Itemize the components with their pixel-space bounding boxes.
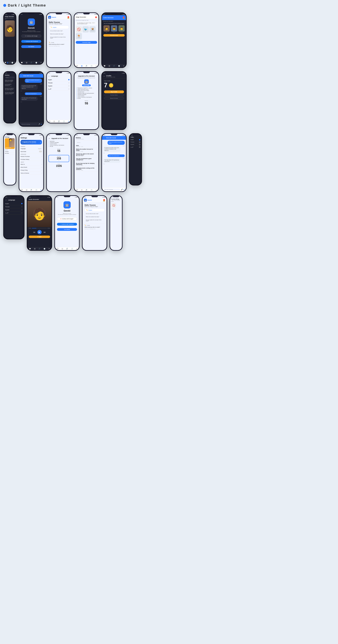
send-icon[interactable]: ➤: [41, 124, 42, 125]
btn-facebook[interactable]: f Continue with Facebook: [57, 223, 77, 226]
forward-icon[interactable]: ⏭: [44, 231, 46, 234]
notification-btn[interactable]: 🔔 7: [123, 16, 125, 19]
progress-bar[interactable]: [32, 228, 47, 228]
explain-action[interactable]: ✏️ Explain: [84, 208, 104, 212]
nav-settings[interactable]: ⚙: [123, 65, 124, 67]
back-icon[interactable]: ←: [20, 75, 22, 77]
nav-audio[interactable]: 🎵: [66, 248, 68, 250]
restore-purchase-btn[interactable]: Restore Purchase: [104, 97, 124, 100]
upgrade-banner[interactable]: ★ Upgrade to Pro Version! Enjoy all the …: [20, 140, 42, 144]
back-icon[interactable]: ←: [48, 137, 50, 140]
dark-mode-toggle[interactable]: [39, 151, 42, 152]
dark-mode-setting[interactable]: Dark Mode: [20, 150, 42, 153]
generate-audio-btn[interactable]: Generate Audio: [103, 34, 125, 36]
nav-audio[interactable]: 🎵: [86, 65, 87, 67]
suggestion-2[interactable]: What's the weather like today?: [84, 216, 104, 218]
history-search[interactable]: Search...: [5, 76, 15, 78]
btn-google[interactable]: G Continue with Google+: [57, 217, 77, 220]
lang-francais[interactable]: Français: [4, 205, 24, 208]
weekly-plan[interactable]: Weekly 5$ ----: [48, 148, 69, 154]
face-item-howard[interactable]: 👨 Howard: [118, 25, 125, 33]
explain-action[interactable]: ✏️ Explain: [49, 26, 69, 29]
back-icon[interactable]: ←: [48, 75, 50, 77]
nav-history[interactable]: 🕐: [36, 62, 37, 64]
nav-settings[interactable]: ⚙: [68, 121, 69, 122]
audio-prompt[interactable]: Hey, I am a virtual assistant. How can I…: [103, 23, 125, 24]
nav-image[interactable]: 🖼: [53, 121, 55, 122]
notification-btn[interactable]: 🔔 7: [67, 16, 70, 19]
lang-arabic[interactable]: العربية: [4, 212, 24, 214]
suggestion-3[interactable]: Can you explain the concept of time trav…: [84, 218, 104, 222]
purchase-history-btn[interactable]: Purchase History: [104, 94, 124, 96]
nav-image[interactable]: 🖼: [81, 65, 82, 67]
face-item-john[interactable]: 👦 John: [110, 25, 118, 33]
language-setting[interactable]: Language English ›: [20, 148, 42, 150]
nav-audio[interactable]: 🎵: [30, 189, 32, 191]
lang-en[interactable]: English: [130, 138, 140, 141]
nav-settings[interactable]: ⚙: [40, 189, 42, 191]
nav-image[interactable]: 🖼: [62, 248, 63, 250]
back-icon[interactable]: ←: [103, 137, 105, 139]
nav-settings[interactable]: ⚙: [14, 62, 15, 64]
history-item-weather[interactable]: What's the weather forecast for today? 2…: [75, 148, 98, 153]
lang-arabic[interactable]: العربية: [47, 88, 71, 90]
nav-audio[interactable]: 🎵: [58, 121, 60, 122]
suggestion-1[interactable]: Can you help me plan a trip?: [84, 212, 104, 215]
lang-espanol[interactable]: Español: [4, 208, 24, 212]
btn-google[interactable]: G Continue with Google: [21, 34, 41, 38]
lang-english[interactable]: English: [4, 202, 24, 205]
btn-get-started[interactable]: Get Started: [57, 228, 77, 231]
lang-english[interactable]: English: [47, 78, 71, 81]
img-prompt[interactable]: Try describing your dream image... like …: [76, 22, 97, 25]
monthly-plan[interactable]: Monthly 15$ ----: [48, 155, 69, 162]
nav-chat[interactable]: 💬: [21, 62, 23, 64]
mic-icon[interactable]: 🎤: [121, 189, 123, 190]
nav-audio[interactable]: 🎵: [9, 62, 11, 64]
nav-audio[interactable]: 🎵: [113, 65, 115, 67]
suggestion-1[interactable]: Can you help me plan a trip?: [49, 30, 69, 32]
nav-chat[interactable]: 💬: [4, 62, 6, 64]
rewind-icon[interactable]: ⏮: [33, 231, 36, 234]
history-item-2[interactable]: It's the weather forecast for...2024-01-…: [5, 83, 15, 87]
lang-fr[interactable]: Français: [130, 141, 140, 144]
nav-history[interactable]: 🕐: [90, 189, 92, 191]
history-item-hello[interactable]: Hello 2024-01-01 - 12:09: [75, 144, 98, 148]
history-item-4[interactable]: Can you recommend a good smartphone?2024…: [5, 92, 15, 95]
nav-settings[interactable]: ⚙: [48, 248, 50, 250]
buy-credits-btn[interactable]: Buy Credits: [104, 90, 124, 93]
generate-btn[interactable]: Generate Image: [76, 41, 97, 44]
nav-image[interactable]: 🖼: [26, 189, 27, 191]
nav-history[interactable]: 🕐: [12, 62, 13, 64]
history-item-studying[interactable]: Do you have any tips for studying effect…: [75, 162, 98, 167]
nav-image[interactable]: 🖼: [81, 189, 82, 191]
nav-chat[interactable]: 💬: [104, 65, 106, 67]
suggestion-3[interactable]: Can you explain the concept of time trav…: [49, 36, 69, 39]
more-icon[interactable]: ⋮: [40, 137, 42, 139]
back-icon[interactable]: ←: [5, 199, 7, 201]
back-icon[interactable]: ←: [103, 75, 105, 78]
nav-chat[interactable]: 💬: [21, 189, 23, 191]
nav-history[interactable]: 🕐: [71, 248, 73, 250]
nav-history[interactable]: 🕐: [90, 65, 92, 67]
nav-settings[interactable]: ⚙: [96, 189, 97, 191]
notification-btn[interactable]: 🔔 7: [95, 16, 97, 18]
nav-chat[interactable]: 💬: [57, 248, 58, 250]
history-item-1[interactable]: What's the weather forecast for today?20…: [5, 79, 15, 83]
lang-setting[interactable]: Language: [5, 151, 15, 152]
lang-es[interactable]: Español: [130, 144, 140, 146]
nav-chat[interactable]: 💬: [48, 121, 50, 122]
nav-chat[interactable]: 💬: [76, 65, 78, 67]
nav-settings[interactable]: ⚙: [40, 62, 42, 64]
send-icon[interactable]: ➤: [124, 189, 125, 190]
face-item-alex[interactable]: 🧑 Alex: [103, 25, 110, 33]
terms-service-setting[interactable]: Terms of Service ›: [20, 172, 42, 175]
nav-image[interactable]: 🖼: [34, 248, 36, 250]
nav-chat[interactable]: 💬: [76, 189, 78, 191]
btn-facebook[interactable]: f Continue with Facebook: [21, 40, 41, 43]
create-placeholder[interactable]: Type your message here...: [84, 228, 104, 229]
purchase-history-setting[interactable]: Purchase History ›: [20, 158, 42, 161]
privacy-policy-setting[interactable]: Privacy Policy ›: [20, 169, 42, 172]
play-btn[interactable]: ▶: [37, 230, 42, 234]
history-item-grocery[interactable]: Excuse me, where is the nearest grocery …: [75, 153, 98, 157]
nav-image[interactable]: 🖼: [108, 65, 110, 67]
